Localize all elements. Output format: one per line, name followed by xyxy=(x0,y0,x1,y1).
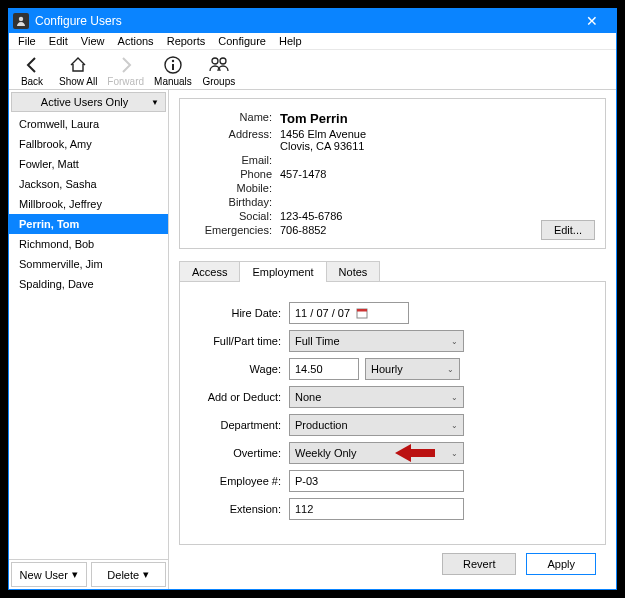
window-title: Configure Users xyxy=(35,14,572,28)
user-info-card: Name:Tom Perrin Address:1456 Elm AvenueC… xyxy=(179,98,606,249)
chevron-down-icon: ⌄ xyxy=(451,393,458,402)
delete-user-button[interactable]: Delete▾ xyxy=(91,562,167,587)
employee-no-input[interactable] xyxy=(289,470,464,492)
user-list-item[interactable]: Richmond, Bob xyxy=(9,234,168,254)
forward-icon xyxy=(114,54,138,76)
extension-input[interactable] xyxy=(289,498,464,520)
titlebar: Configure Users ✕ xyxy=(9,9,616,33)
new-user-button[interactable]: New User▾ xyxy=(11,562,87,587)
svg-rect-3 xyxy=(172,64,174,70)
employee-no-label: Employee #: xyxy=(194,475,289,487)
birthday-label: Birthday: xyxy=(192,196,280,208)
apply-button[interactable]: Apply xyxy=(526,553,596,575)
toolbar-forward: Forward xyxy=(107,54,144,87)
user-list-item[interactable]: Perrin, Tom xyxy=(9,214,168,234)
wage-label: Wage: xyxy=(194,363,289,375)
revert-button[interactable]: Revert xyxy=(442,553,516,575)
user-list: Cromwell, LauraFallbrook, AmyFowler, Mat… xyxy=(9,114,168,559)
employment-panel: Hire Date: 11 / 07 / 07 Full/Part time: … xyxy=(179,281,606,545)
home-icon xyxy=(66,54,90,76)
back-icon xyxy=(20,54,44,76)
tabs: Access Employment Notes xyxy=(179,261,606,282)
chevron-down-icon: ⌄ xyxy=(451,337,458,346)
hire-date-label: Hire Date: xyxy=(194,307,289,319)
chevron-down-icon: ⌄ xyxy=(451,421,458,430)
add-deduct-select[interactable]: None⌄ xyxy=(289,386,464,408)
user-list-item[interactable]: Jackson, Sasha xyxy=(9,174,168,194)
app-icon xyxy=(13,13,29,29)
extension-label: Extension: xyxy=(194,503,289,515)
user-list-item[interactable]: Sommerville, Jim xyxy=(9,254,168,274)
fullpart-select[interactable]: Full Time⌄ xyxy=(289,330,464,352)
department-select[interactable]: Production⌄ xyxy=(289,414,464,436)
phone-value: 457-1478 xyxy=(280,168,593,180)
close-button[interactable]: ✕ xyxy=(572,13,612,29)
menu-configure[interactable]: Configure xyxy=(213,33,271,49)
menu-edit[interactable]: Edit xyxy=(44,33,73,49)
overtime-select[interactable]: Weekly Only⌄ xyxy=(289,442,464,464)
toolbar-showall[interactable]: Show All xyxy=(59,54,97,87)
email-label: Email: xyxy=(192,154,280,166)
toolbar-groups[interactable]: Groups xyxy=(202,54,236,87)
chevron-down-icon: ⌄ xyxy=(451,449,458,458)
email-value xyxy=(280,154,593,166)
address-value: 1456 Elm AvenueClovis, CA 93611 xyxy=(280,128,593,152)
svg-point-5 xyxy=(220,58,226,64)
chevron-down-icon: ⌄ xyxy=(447,365,454,374)
name-label: Name: xyxy=(192,111,280,126)
info-icon xyxy=(161,54,185,76)
tab-notes[interactable]: Notes xyxy=(326,261,381,282)
toolbar-back[interactable]: Back xyxy=(15,54,49,87)
overtime-label: Overtime: xyxy=(194,447,289,459)
calendar-icon[interactable] xyxy=(356,307,368,319)
mobile-label: Mobile: xyxy=(192,182,280,194)
wage-type-select[interactable]: Hourly⌄ xyxy=(365,358,460,380)
mobile-value xyxy=(280,182,593,194)
user-list-item[interactable]: Millbrook, Jeffrey xyxy=(9,194,168,214)
department-label: Department: xyxy=(194,419,289,431)
hire-date-input[interactable]: 11 / 07 / 07 xyxy=(289,302,409,324)
svg-point-4 xyxy=(212,58,218,64)
name-value: Tom Perrin xyxy=(280,111,593,126)
configure-users-window: Configure Users ✕ File Edit View Actions… xyxy=(8,8,617,590)
add-deduct-label: Add or Deduct: xyxy=(194,391,289,403)
toolbar: Back Show All Forward Manuals Groups xyxy=(9,50,616,90)
svg-rect-7 xyxy=(357,309,367,312)
chevron-down-icon: ▼ xyxy=(151,98,159,107)
menu-reports[interactable]: Reports xyxy=(162,33,211,49)
menu-actions[interactable]: Actions xyxy=(113,33,159,49)
phone-label: Phone xyxy=(192,168,280,180)
main-panel: Name:Tom Perrin Address:1456 Elm AvenueC… xyxy=(169,90,616,589)
chevron-down-icon: ▾ xyxy=(72,568,78,581)
user-list-item[interactable]: Cromwell, Laura xyxy=(9,114,168,134)
menu-file[interactable]: File xyxy=(13,33,41,49)
user-list-item[interactable]: Fallbrook, Amy xyxy=(9,134,168,154)
svg-point-0 xyxy=(19,17,23,21)
social-label: Social: xyxy=(192,210,280,222)
wage-input[interactable] xyxy=(289,358,359,380)
emergencies-label: Emergencies: xyxy=(192,224,280,236)
menu-help[interactable]: Help xyxy=(274,33,307,49)
groups-icon xyxy=(207,54,231,76)
user-filter-dropdown[interactable]: Active Users Only ▼ xyxy=(11,92,166,112)
birthday-value xyxy=(280,196,593,208)
menu-view[interactable]: View xyxy=(76,33,110,49)
user-list-item[interactable]: Spalding, Dave xyxy=(9,274,168,294)
footer: Revert Apply xyxy=(179,545,606,581)
toolbar-manuals[interactable]: Manuals xyxy=(154,54,192,87)
tab-access[interactable]: Access xyxy=(179,261,240,282)
tab-employment[interactable]: Employment xyxy=(239,261,326,282)
menubar: File Edit View Actions Reports Configure… xyxy=(9,33,616,50)
chevron-down-icon: ▾ xyxy=(143,568,149,581)
fullpart-label: Full/Part time: xyxy=(194,335,289,347)
user-list-item[interactable]: Fowler, Matt xyxy=(9,154,168,174)
edit-button[interactable]: Edit... xyxy=(541,220,595,240)
sidebar: Active Users Only ▼ Cromwell, LauraFallb… xyxy=(9,90,169,589)
address-label: Address: xyxy=(192,128,280,152)
svg-point-2 xyxy=(172,60,174,62)
